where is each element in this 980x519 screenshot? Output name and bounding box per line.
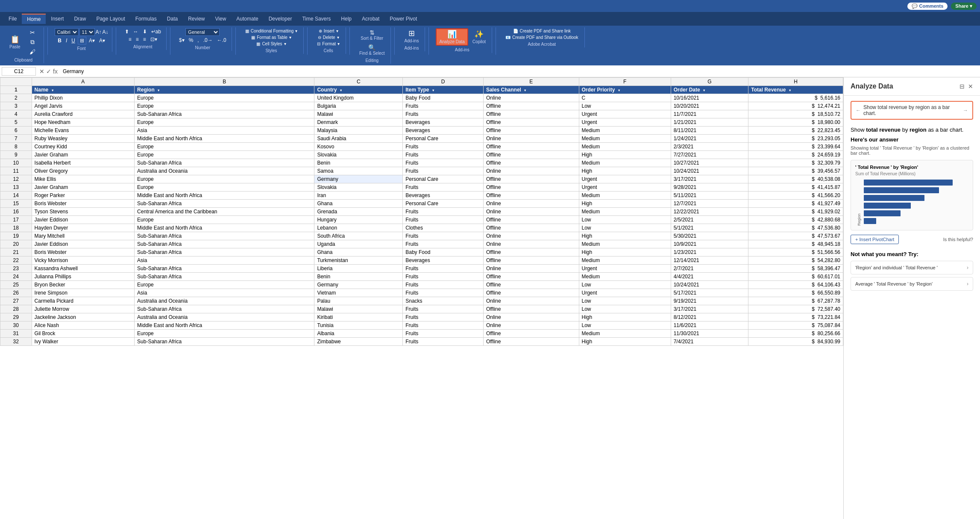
cell-order-priority-10[interactable]: Medium bbox=[579, 159, 671, 167]
cell-order-date-7[interactable]: 1/24/2021 bbox=[671, 135, 748, 143]
analyze-data-button[interactable]: 📊 Analyze Data bbox=[436, 28, 468, 46]
cell-region-16[interactable]: Central America and the Caribbean bbox=[135, 208, 314, 216]
cell-item-type-11[interactable]: Fruits bbox=[403, 167, 484, 175]
cell-order-date-21[interactable]: 1/23/2021 bbox=[671, 248, 748, 257]
suggestion-item-0[interactable]: 'Region' and individual ' Total Revenue … bbox=[851, 261, 973, 274]
cell-total-revenue-32[interactable]: $ 84,930.99 bbox=[748, 338, 843, 346]
cell-sales-channel-14[interactable]: Offline bbox=[483, 192, 579, 200]
cell-order-priority-14[interactable]: Medium bbox=[579, 192, 671, 200]
cell-total-revenue-19[interactable]: $ 47,573.67 bbox=[748, 232, 843, 240]
cell-country-15[interactable]: Ghana bbox=[314, 200, 403, 208]
cell-total-revenue-30[interactable]: $ 75,087.84 bbox=[748, 321, 843, 330]
cell-region-23[interactable]: Sub-Saharan Africa bbox=[135, 265, 314, 273]
tab-home[interactable]: Home bbox=[22, 14, 46, 24]
cell-sales-channel-23[interactable]: Online bbox=[483, 265, 579, 273]
cell-order-priority-2[interactable]: C bbox=[579, 94, 671, 102]
cell-item-type-27[interactable]: Snacks bbox=[403, 297, 484, 305]
increase-font-button[interactable]: A↑ bbox=[96, 29, 102, 35]
cell-region-3[interactable]: Europe bbox=[135, 102, 314, 110]
cell-name-10[interactable]: Isabella Herbert bbox=[32, 159, 134, 167]
tab-insert[interactable]: Insert bbox=[46, 14, 69, 24]
cell-name-5[interactable]: Hope Needham bbox=[32, 118, 134, 127]
cell-name-27[interactable]: Carmella Pickard bbox=[32, 297, 134, 305]
cell-name-22[interactable]: Vicky Morrison bbox=[32, 257, 134, 265]
align-center-button[interactable]: ≡ bbox=[134, 36, 141, 43]
cell-region-6[interactable]: Asia bbox=[135, 127, 314, 135]
cell-country-16[interactable]: Grenada bbox=[314, 208, 403, 216]
addins-button[interactable]: ⊞ Add-ins bbox=[402, 28, 421, 44]
cell-order-priority-18[interactable]: Low bbox=[579, 224, 671, 232]
cell-order-date-28[interactable]: 3/17/2021 bbox=[671, 305, 748, 313]
cell-sales-channel-17[interactable]: Offline bbox=[483, 216, 579, 224]
cell-item-type-29[interactable]: Fruits bbox=[403, 313, 484, 321]
cell-order-date-12[interactable]: 3/17/2021 bbox=[671, 175, 748, 183]
cell-order-priority-22[interactable]: Medium bbox=[579, 257, 671, 265]
increase-decimal-button[interactable]: .0→ bbox=[202, 37, 214, 44]
cell-name-30[interactable]: Alice Nash bbox=[32, 321, 134, 330]
cell-item-type-12[interactable]: Personal Care bbox=[403, 175, 484, 183]
cell-order-date-13[interactable]: 9/28/2021 bbox=[671, 183, 748, 192]
tab-page-layout[interactable]: Page Layout bbox=[91, 14, 130, 24]
cell-name-28[interactable]: Juliette Morrow bbox=[32, 305, 134, 313]
cell-total-revenue-11[interactable]: $ 39,456.57 bbox=[748, 167, 843, 175]
cell-order-priority-13[interactable]: Urgent bbox=[579, 183, 671, 192]
cell-order-priority-29[interactable]: High bbox=[579, 313, 671, 321]
bold-button[interactable]: B bbox=[56, 37, 63, 44]
col-header-F[interactable]: F bbox=[579, 78, 671, 86]
cell-order-date-22[interactable]: 12/14/2021 bbox=[671, 257, 748, 265]
cell-sales-channel-29[interactable]: Online bbox=[483, 313, 579, 321]
currency-button[interactable]: $▾ bbox=[177, 37, 186, 44]
wrap-text-button[interactable]: ↵ab bbox=[150, 28, 163, 35]
cell-country-29[interactable]: Kiribati bbox=[314, 313, 403, 321]
cell-region-31[interactable]: Europe bbox=[135, 330, 314, 338]
cell-region-22[interactable]: Asia bbox=[135, 257, 314, 265]
cell-country-25[interactable]: Germany bbox=[314, 281, 403, 289]
cell-name-13[interactable]: Javier Graham bbox=[32, 183, 134, 192]
cell-order-date-32[interactable]: 7/4/2021 bbox=[671, 338, 748, 346]
sort-filter-button[interactable]: ⇅ Sort & Filter bbox=[358, 28, 386, 41]
cell-country-18[interactable]: Lebanon bbox=[314, 224, 403, 232]
tab-review[interactable]: Review bbox=[183, 14, 210, 24]
cell-region-24[interactable]: Sub-Saharan Africa bbox=[135, 273, 314, 281]
cell-order-priority-30[interactable]: Low bbox=[579, 321, 671, 330]
cell-name-4[interactable]: Aurelia Crawford bbox=[32, 110, 134, 118]
tab-file[interactable]: File bbox=[3, 14, 22, 24]
cell-sales-channel-22[interactable]: Offline bbox=[483, 257, 579, 265]
header-order-priority[interactable]: Order Priority ▾ bbox=[579, 86, 671, 94]
underline-button[interactable]: U bbox=[70, 37, 77, 44]
cell-order-date-14[interactable]: 5/11/2021 bbox=[671, 192, 748, 200]
cell-total-revenue-29[interactable]: $ 73,221.84 bbox=[748, 313, 843, 321]
cell-name-24[interactable]: Julianna Phillips bbox=[32, 273, 134, 281]
cell-sales-channel-21[interactable]: Offline bbox=[483, 248, 579, 257]
cell-total-revenue-22[interactable]: $ 54,282.80 bbox=[748, 257, 843, 265]
font-family-select[interactable]: Calibri bbox=[55, 28, 79, 36]
cell-order-date-15[interactable]: 12/7/2021 bbox=[671, 200, 748, 208]
cell-item-type-8[interactable]: Fruits bbox=[403, 143, 484, 151]
cell-total-revenue-2[interactable]: $ 5,616.16 bbox=[748, 94, 843, 102]
search-forward-icon[interactable]: → bbox=[963, 107, 968, 113]
cell-item-type-15[interactable]: Personal Care bbox=[403, 200, 484, 208]
cell-name-14[interactable]: Roger Parker bbox=[32, 192, 134, 200]
cell-sales-channel-20[interactable]: Online bbox=[483, 240, 579, 248]
cell-region-32[interactable]: Sub-Saharan Africa bbox=[135, 338, 314, 346]
cell-order-priority-28[interactable]: Low bbox=[579, 305, 671, 313]
header-name[interactable]: Name ▾ bbox=[32, 86, 134, 94]
decrease-font-button[interactable]: A↓ bbox=[103, 29, 109, 35]
header-order-date[interactable]: Order Date ▾ bbox=[671, 86, 748, 94]
cell-order-priority-24[interactable]: Medium bbox=[579, 273, 671, 281]
cell-name-15[interactable]: Boris Webster bbox=[32, 200, 134, 208]
cell-region-11[interactable]: Australia and Oceania bbox=[135, 167, 314, 175]
insert-function-icon[interactable]: fx bbox=[53, 68, 58, 75]
cell-order-priority-12[interactable]: Urgent bbox=[579, 175, 671, 183]
cell-country-8[interactable]: Kosovo bbox=[314, 143, 403, 151]
cell-region-12[interactable]: Europe bbox=[135, 175, 314, 183]
tab-acrobat[interactable]: Acrobat bbox=[357, 14, 384, 24]
cell-total-revenue-21[interactable]: $ 51,566.56 bbox=[748, 248, 843, 257]
tab-help[interactable]: Help bbox=[336, 14, 357, 24]
cell-sales-channel-26[interactable]: Offline bbox=[483, 289, 579, 297]
cell-region-7[interactable]: Middle East and North Africa bbox=[135, 135, 314, 143]
header-total-revenue[interactable]: Total Revenue ▾ bbox=[748, 86, 843, 94]
cell-region-29[interactable]: Australia and Oceania bbox=[135, 313, 314, 321]
cell-name-17[interactable]: Javier Eddison bbox=[32, 216, 134, 224]
cell-name-26[interactable]: Irene Simpson bbox=[32, 289, 134, 297]
